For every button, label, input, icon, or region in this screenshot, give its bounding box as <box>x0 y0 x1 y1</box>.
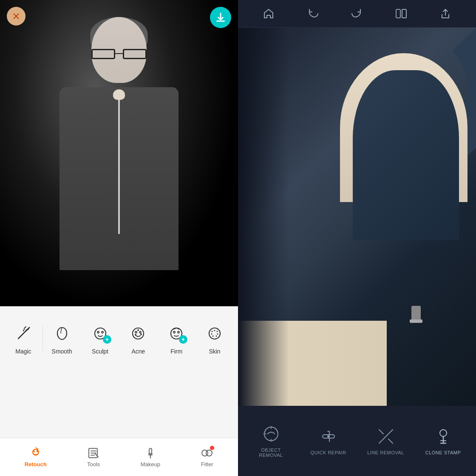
svg-point-46 <box>440 430 447 436</box>
svg-point-30 <box>33 451 34 452</box>
filter-badge <box>210 446 214 450</box>
quick-repair-icon <box>319 427 338 446</box>
filter-label: Filter <box>201 461 213 467</box>
object-removal-label: OBJECT REMOVAL <box>249 447 293 458</box>
svg-point-8 <box>97 331 99 333</box>
svg-point-22 <box>212 331 213 332</box>
tool-firm[interactable]: Firm <box>157 319 196 358</box>
download-button[interactable] <box>210 7 231 28</box>
arch-photo-overlay <box>238 28 289 406</box>
makeup-label: Makeup <box>141 461 160 467</box>
svg-line-4 <box>24 327 26 328</box>
tool-clone-stamp[interactable]: CLONE STAMP <box>414 423 472 459</box>
clone-stamp-icon <box>434 427 453 446</box>
svg-point-19 <box>178 331 179 333</box>
nav-tools[interactable]: Tools <box>79 443 108 471</box>
firm-icon <box>165 322 187 345</box>
svg-point-12 <box>135 331 137 333</box>
tools-scroll: Magic Smooth <box>0 319 238 358</box>
undo-button[interactable] <box>304 5 321 22</box>
line-removal-label: LINE REMOVAL <box>367 450 404 455</box>
svg-line-44 <box>388 439 393 443</box>
magic-label: Magic <box>15 348 31 355</box>
bottom-toolbar: OBJECT REMOVAL QUICK REPAIR <box>238 406 476 476</box>
firm-label: Firm <box>170 348 182 355</box>
svg-point-39 <box>264 427 278 441</box>
svg-point-41 <box>327 435 330 438</box>
tool-smooth[interactable]: Smooth <box>43 319 81 358</box>
compare-button[interactable] <box>393 5 410 22</box>
tool-magic[interactable]: Magic <box>4 319 42 358</box>
svg-line-5 <box>26 329 28 330</box>
smooth-icon <box>51 322 73 345</box>
line-removal-icon <box>377 427 395 446</box>
svg-point-15 <box>135 334 136 336</box>
share-button[interactable] <box>437 5 454 22</box>
portrait-photo <box>0 0 238 306</box>
face <box>91 17 147 83</box>
svg-point-16 <box>140 333 142 335</box>
tool-skin[interactable]: Skin <box>196 319 234 358</box>
svg-rect-37 <box>396 9 400 18</box>
svg-rect-38 <box>402 9 406 18</box>
glasses-bridge <box>115 53 123 54</box>
close-button[interactable] <box>7 7 26 26</box>
firm-badge <box>179 335 187 344</box>
svg-point-24 <box>217 331 218 332</box>
svg-point-27 <box>212 336 214 337</box>
svg-line-2 <box>18 330 27 339</box>
tool-line-removal[interactable]: LINE REMOVAL <box>357 423 414 459</box>
svg-point-18 <box>173 331 175 333</box>
home-button[interactable] <box>260 5 277 22</box>
photo-area <box>0 0 238 306</box>
tool-sculpt[interactable]: Sculpt <box>81 319 119 358</box>
svg-point-36 <box>206 450 212 456</box>
retouch-label: Retouch <box>25 461 47 467</box>
retouch-icon <box>29 447 42 459</box>
top-toolbar <box>238 0 476 28</box>
wall-light <box>411 306 421 321</box>
left-panel: Magic Smooth <box>0 0 238 476</box>
svg-point-25 <box>211 333 212 335</box>
svg-line-6 <box>23 329 24 331</box>
sculpt-badge <box>103 335 111 344</box>
skin-icon <box>204 322 226 345</box>
flower-head <box>113 89 125 100</box>
svg-point-9 <box>102 331 103 333</box>
arch-photo-container <box>238 28 476 406</box>
makeup-icon <box>144 447 157 459</box>
tool-acne[interactable]: Acne <box>119 319 157 358</box>
edit-tools-row: OBJECT REMOVAL QUICK REPAIR <box>238 406 476 476</box>
tools-icon <box>87 447 100 459</box>
smooth-label: Smooth <box>52 348 72 355</box>
glasses-right-lens <box>123 49 147 59</box>
svg-line-43 <box>379 430 383 434</box>
person-figure <box>51 17 187 294</box>
tool-object-removal[interactable]: OBJECT REMOVAL <box>242 420 300 462</box>
nav-makeup[interactable]: Makeup <box>132 443 169 471</box>
acne-label: Acne <box>131 348 145 355</box>
redo-button[interactable] <box>348 5 366 22</box>
sculpt-label: Sculpt <box>92 348 108 355</box>
bottom-nav: Retouch Tools <box>0 438 238 476</box>
svg-point-21 <box>209 328 220 339</box>
tools-area: Magic Smooth <box>0 306 238 438</box>
skin-label: Skin <box>209 348 220 355</box>
svg-point-13 <box>139 331 141 333</box>
tool-quick-repair[interactable]: QUICK REPAIR <box>300 423 357 459</box>
object-removal-icon <box>262 425 280 443</box>
svg-point-28 <box>216 336 217 337</box>
magic-icon <box>12 322 34 345</box>
arch-shape-dark-arch <box>353 70 459 240</box>
svg-point-26 <box>217 333 218 335</box>
svg-point-14 <box>137 329 139 331</box>
nav-filter[interactable]: Filter <box>192 443 222 471</box>
flower-stem <box>118 98 120 234</box>
glasses-left-lens <box>91 49 115 59</box>
clone-stamp-label: CLONE STAMP <box>425 450 461 455</box>
svg-point-23 <box>214 330 215 331</box>
filter-icon <box>201 447 213 459</box>
nav-retouch[interactable]: Retouch <box>16 443 55 471</box>
sculpt-icon <box>89 322 111 345</box>
right-panel: OBJECT REMOVAL QUICK REPAIR <box>238 0 476 476</box>
